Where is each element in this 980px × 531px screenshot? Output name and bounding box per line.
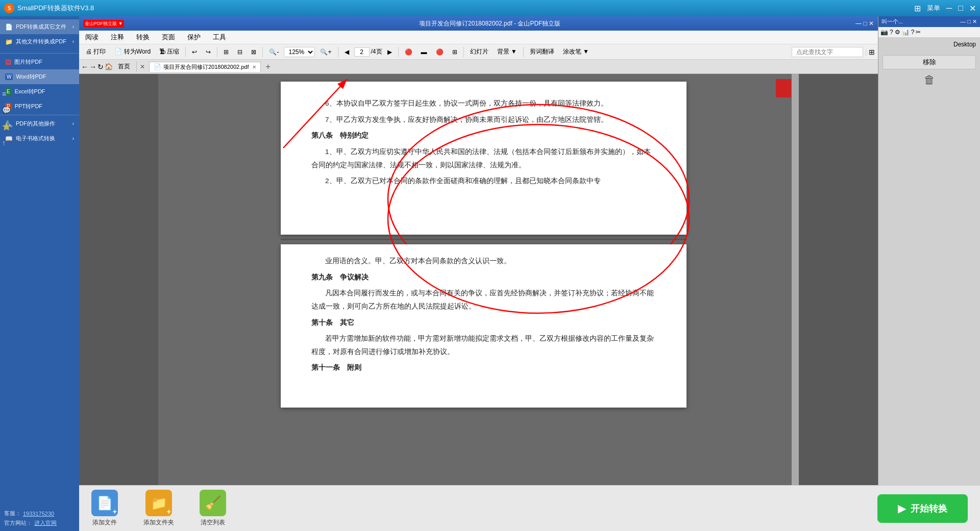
highlight-btn[interactable]: 🔴 — [401, 47, 416, 57]
undo-btn[interactable]: ↩ — [188, 47, 201, 57]
app-title: SmallPDF转换器软件V3.8 — [17, 4, 94, 13]
title-bar: S SmallPDF转换器软件V3.8 ⊞ 菜单 ─ □ ✕ — [0, 0, 980, 16]
other-to-pdf-icon: 📁 — [5, 38, 13, 45]
bottom-bar: 📄 + 添加文件 📁 + 添加文件夹 🧹 清空列表 — [79, 485, 980, 531]
add-file-btn[interactable]: 📄 + 添加文件 — [91, 490, 118, 527]
sidebar-item-pdf-to-other[interactable]: 📄 PDF转换成其它文件 › — [0, 19, 79, 34]
strikethrough-btn[interactable]: 🔴 — [432, 47, 447, 57]
menu-annotate[interactable]: 注释 — [109, 32, 126, 43]
prev-page-btn[interactable]: ◀ — [341, 47, 353, 57]
convert-btn-label: 开始转换 — [911, 502, 947, 515]
sidebar-item-image-to-pdf[interactable]: 🖼 图片转PDF — [0, 55, 79, 69]
word-icon: W — [5, 73, 13, 80]
page3-para2: 凡因本合同履行而发生的，或与本合同有关的争议，应首先经协商解决，并签订补充协议；… — [311, 287, 656, 313]
arrow-icon-1: › — [72, 39, 74, 44]
qq-info: 客服： 1933175230 — [4, 510, 75, 517]
view-btn1[interactable]: ⊞ — [220, 47, 232, 57]
arrow-icon-7: › — [72, 136, 74, 141]
nav-home-btn[interactable]: 🏠 — [105, 63, 113, 70]
mini-icon-2[interactable]: ? — [890, 29, 893, 36]
grid-icon[interactable]: ⊞ — [914, 4, 921, 13]
view-btn2[interactable]: ⊟ — [234, 47, 246, 57]
pdf-page-1: 6、本协议自甲乙双方签字日起生效，协议一式两份，双方各持一份，具有同等法律效力。… — [281, 82, 687, 235]
tab-close[interactable]: ✕ — [252, 64, 256, 70]
section9-title: 第九条 争议解决 — [311, 271, 656, 284]
nav-back-btn[interactable]: ← — [81, 63, 88, 71]
correction-btn[interactable]: 涂改笔 ▼ — [559, 46, 593, 58]
sidebar-left-icon-4[interactable]: ↑ — [2, 139, 11, 147]
remove-btn[interactable]: 移除 — [883, 55, 976, 69]
zoom-select[interactable]: 125% 100% 75% 150% — [284, 47, 315, 57]
menu-convert[interactable]: 转换 — [134, 32, 152, 43]
underline-btn[interactable]: ▬ — [418, 47, 431, 57]
left-margin — [79, 74, 158, 531]
page2-para4: 2、甲、乙双方已对本合同的条款作全面磋商和准确的理解，且都已知晓本合同条款中专 — [311, 174, 656, 188]
add-tab-btn[interactable]: + — [262, 61, 275, 72]
tab-close-x[interactable]: ✕ — [137, 62, 148, 71]
home-tab-label[interactable]: 首页 — [114, 61, 134, 72]
section11-title: 第十一条 附则 — [311, 361, 656, 374]
trash-icon[interactable]: 🗑 — [924, 73, 935, 87]
pdf-window-controls[interactable]: — □ ✕ — [855, 20, 874, 27]
word-translate-btn[interactable]: 剪词翻译 — [526, 46, 558, 58]
sidebar-left-icon-2[interactable]: 💬 — [2, 106, 11, 114]
view-btn3[interactable]: ⊠ — [248, 47, 260, 57]
sidebar-item-word-to-pdf[interactable]: W Word转PDF — [0, 69, 79, 84]
menu-tools[interactable]: 工具 — [211, 32, 228, 43]
print-btn[interactable]: 🖨 打印 — [82, 46, 109, 58]
sidebar-item-other-to-pdf[interactable]: 📁 其他文件转换成PDF › — [0, 34, 79, 49]
minimize-btn[interactable]: ─ — [946, 4, 952, 13]
nav-refresh-btn[interactable]: ↻ — [97, 63, 104, 71]
compress-btn[interactable]: 🗜 压缩 — [156, 46, 183, 58]
close-btn[interactable]: ✕ — [969, 4, 976, 13]
menu-read[interactable]: 阅读 — [83, 32, 101, 43]
page-input[interactable] — [354, 47, 370, 57]
mini-icon-4[interactable]: 📊 — [902, 29, 910, 36]
expand-icon[interactable]: ⊞ — [869, 48, 875, 56]
mini-icon-6[interactable]: ✂ — [916, 29, 921, 36]
sidebar-left-icon-1[interactable]: ≡ — [2, 90, 11, 98]
mini-icon-5[interactable]: ? — [911, 29, 915, 36]
desktop-label: Desktop — [878, 38, 980, 51]
menu-protect[interactable]: 保护 — [185, 32, 203, 43]
clear-list-label: 清空列表 — [201, 518, 225, 527]
add-file-label: 添加文件 — [92, 518, 117, 527]
redo-btn[interactable]: ↪ — [202, 47, 214, 57]
website-info: 官方网站： 进入官网 — [4, 519, 75, 527]
background-btn[interactable]: 背景 ▼ — [494, 46, 521, 58]
qq-link[interactable]: 1933175230 — [23, 511, 54, 517]
tab-bar: ← → ↻ 🏠 首页 ✕ 📄 项目开发合同修订2018082002.pdf ✕ … — [79, 60, 878, 74]
zoom-out-btn[interactable]: 🔍- — [265, 47, 282, 57]
shape-btn[interactable]: ⊞ — [449, 47, 461, 57]
page2-para1: 6、本协议自甲乙双方签字日起生效，协议一式两份，双方各持一份，具有同等法律效力。 — [311, 97, 656, 110]
bookmark-icon[interactable] — [776, 79, 791, 97]
restore-btn[interactable]: □ — [958, 4, 963, 13]
nav-forward-btn[interactable]: → — [89, 63, 96, 71]
pdf-pages-container[interactable]: 6、本协议自甲乙双方签字日起生效，协议一式两份，双方各持一份，具有同等法律效力。… — [79, 74, 878, 531]
mini-win-controls[interactable]: — □ ✕ — [960, 18, 977, 25]
convert-btn[interactable]: ▶ 开始转换 — [877, 494, 968, 523]
menu-page[interactable]: 页面 — [160, 32, 177, 43]
pdf-window-title: 项目开发合同修订2018082002.pdf - 金山PDF独立版 — [419, 19, 560, 28]
left-sidebar: 📄 PDF转换成其它文件 › 📁 其他文件转换成PDF › 🖼 图片转PDF W… — [0, 16, 79, 531]
mini-icon-1[interactable]: 📷 — [880, 29, 888, 36]
right-margin — [799, 74, 878, 531]
active-tab[interactable]: 📄 项目开发合同修订2018082002.pdf ✕ — [149, 62, 261, 72]
zoom-in-btn[interactable]: 🔍+ — [316, 47, 335, 57]
website-link[interactable]: 进入官网 — [34, 519, 57, 527]
scrollbar-track[interactable] — [792, 74, 799, 531]
slideshow-btn[interactable]: 幻灯片 — [467, 46, 492, 58]
sidebar-left-icon-3[interactable]: ⭐ — [2, 122, 11, 131]
add-folder-btn[interactable]: 📁 + 添加文件夹 — [143, 490, 174, 527]
mini-toolbar: 📷 ? ⚙ 📊 ? ✂ — [878, 27, 980, 38]
menu-label[interactable]: 菜单 — [927, 4, 940, 13]
arrow-icon-6: › — [72, 121, 74, 127]
mini-window-header: 叫一个... — □ ✕ — [878, 16, 980, 27]
next-page-btn[interactable]: ▶ — [384, 47, 396, 57]
pdf-toolbar: 🖨 打印 📄 转为Word 🗜 压缩 ↩ ↪ ⊞ ⊟ ⊠ 🔍- 125% 100… — [79, 44, 878, 60]
search-input[interactable] — [792, 47, 863, 57]
pdf-menu-bar: 阅读 注释 转换 页面 保护 工具 — [79, 31, 878, 44]
mini-icon-3[interactable]: ⚙ — [895, 29, 900, 36]
word-convert-btn[interactable]: 📄 转为Word — [111, 46, 154, 58]
clear-list-btn[interactable]: 🧹 清空列表 — [200, 490, 226, 527]
